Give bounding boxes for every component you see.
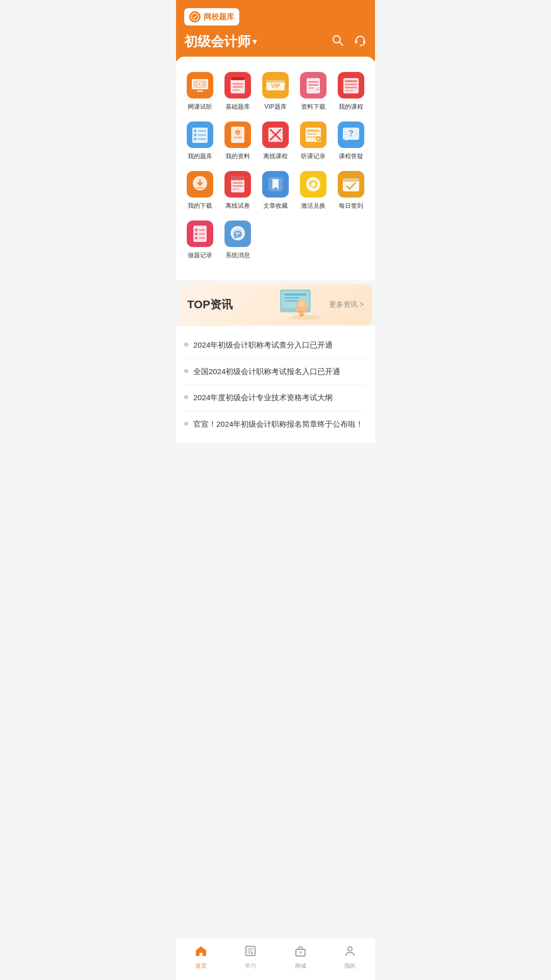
news-dot-2 — [184, 369, 188, 373]
svg-rect-13 — [231, 77, 245, 80]
header: 网校题库 初级会计师 ▾ — [176, 0, 375, 61]
grid-label-lixianshijuan: 离线试卷 — [226, 202, 250, 210]
grid-label-wodetiku: 我的题库 — [188, 152, 212, 161]
grid-label-jihuozhihuan: 激活兑换 — [301, 202, 325, 210]
svg-rect-3 — [355, 40, 357, 43]
svg-rect-79 — [195, 233, 197, 235]
logo-box[interactable]: 网校题库 — [184, 8, 239, 26]
title-dropdown-arrow: ▾ — [253, 37, 257, 46]
grid-item-tingjilu[interactable]: 听课记录 — [294, 116, 332, 166]
grid-item-xitonxiaoxi[interactable]: 系统消息 — [219, 215, 257, 265]
svg-rect-25 — [308, 87, 314, 89]
svg-rect-14 — [233, 83, 243, 85]
header-bottom: 初级会计师 ▾ — [184, 33, 367, 51]
grid-item-ziliao[interactable]: 资料下载 — [294, 67, 332, 116]
news-text-3: 2024年度初级会计专业技术资格考试大纲 — [193, 392, 333, 404]
grid-label-wodekecheng: 我的课程 — [339, 103, 363, 111]
grid-item-wodekecheng[interactable]: 我的课程 — [332, 67, 370, 116]
svg-rect-65 — [233, 182, 243, 184]
svg-rect-34 — [194, 130, 196, 132]
grid-label-kechengdayi: 课程答疑 — [339, 152, 363, 161]
svg-rect-28 — [345, 80, 357, 82]
svg-point-0 — [191, 13, 198, 20]
svg-rect-90 — [284, 293, 307, 296]
grid-label-wenzhang: 文章收藏 — [263, 202, 288, 210]
grid-label-zuotijilu: 做题记录 — [188, 251, 212, 260]
header-icons — [331, 34, 367, 50]
svg-rect-43 — [234, 137, 242, 138]
grid-label-lixiankecheng: 离线课程 — [263, 152, 288, 161]
grid-item-zuotijilu[interactable]: 做题记录 — [181, 215, 219, 265]
grid-label-tingjilu: 听课记录 — [301, 152, 325, 161]
svg-rect-15 — [233, 86, 243, 88]
svg-rect-51 — [307, 133, 316, 135]
news-more-button[interactable]: 更多资讯 > — [329, 300, 364, 309]
grid-label-wangke: 网课试听 — [188, 103, 212, 111]
svg-rect-82 — [199, 237, 205, 239]
svg-rect-78 — [199, 229, 205, 231]
news-banner: TOP资讯 更多资讯 > — [179, 284, 372, 325]
news-banner-illustration — [270, 284, 331, 325]
grid-label-viptiku: VIP题库 — [264, 103, 286, 111]
news-section-title: TOP资讯 — [187, 297, 233, 312]
svg-rect-30 — [345, 87, 357, 88]
news-item-4[interactable]: 官宣！2024年初级会计职称报名简章终于公布啦！ — [184, 411, 367, 437]
grid-item-lixiankecheng[interactable]: 离线课程 — [257, 116, 294, 166]
svg-point-54 — [317, 138, 319, 140]
grid-item-wodetiku[interactable]: 我的题库 — [181, 116, 219, 166]
svg-rect-36 — [194, 134, 196, 136]
news-text-1: 2024年初级会计职称考试查分入口已开通 — [193, 339, 333, 351]
svg-rect-91 — [284, 297, 299, 299]
svg-rect-37 — [198, 134, 206, 136]
grid-item-kechengdayi[interactable]: ? 课程答疑 — [332, 116, 370, 166]
grid-item-wenzhangshoucang[interactable]: 文章收藏 — [257, 166, 294, 215]
grid-item-wodeziliao[interactable]: 我的资料 — [219, 116, 257, 166]
page-title[interactable]: 初级会计师 ▾ — [184, 33, 257, 51]
svg-line-2 — [340, 42, 343, 45]
svg-point-96 — [298, 301, 305, 307]
svg-rect-74 — [343, 178, 359, 182]
svg-rect-8 — [197, 90, 203, 92]
svg-rect-81 — [195, 237, 197, 239]
svg-rect-61 — [196, 187, 204, 189]
grid-label-wodexiazai: 我的下载 — [188, 202, 212, 210]
news-item-1[interactable]: 2024年初级会计职称考试查分入口已开通 — [184, 332, 367, 359]
news-dot-3 — [184, 395, 188, 399]
icon-grid: 网课试听 基础题库 VIP — [181, 67, 370, 265]
svg-rect-64 — [231, 176, 244, 180]
svg-rect-77 — [195, 229, 197, 231]
svg-rect-66 — [233, 185, 243, 187]
grid-item-meiriqiandao[interactable]: 每日签到 — [332, 166, 370, 215]
grid-item-wodexiazai[interactable]: 我的下载 — [181, 166, 219, 215]
grid-label-jichutiku: 基础题库 — [226, 103, 250, 111]
grid-label-wodeziliao: 我的资料 — [226, 152, 250, 161]
news-item-3[interactable]: 2024年度初级会计专业技术资格考试大纲 — [184, 385, 367, 411]
headset-button[interactable] — [354, 34, 367, 50]
grid-item-jihuozhihuan[interactable]: 激活兑换 — [294, 166, 332, 215]
svg-rect-35 — [198, 130, 206, 132]
news-text-4: 官宣！2024年初级会计职称报名简章终于公布啦！ — [193, 419, 363, 430]
svg-point-71 — [306, 177, 320, 191]
svg-rect-87 — [236, 235, 238, 236]
grid-label-meiriqiandao: 每日签到 — [339, 202, 363, 210]
grid-item-lixianshijuan[interactable]: 离线试卷 — [219, 166, 257, 215]
news-text-2: 全国2024初级会计职称考试报名入口已开通 — [193, 366, 340, 378]
svg-point-93 — [290, 315, 321, 320]
news-item-2[interactable]: 全国2024初级会计职称考试报名入口已开通 — [184, 359, 367, 385]
svg-rect-86 — [236, 233, 240, 234]
svg-rect-38 — [194, 138, 196, 140]
grid-item-wangke[interactable]: 网课试听 — [181, 67, 219, 116]
header-logo: 网校题库 — [184, 8, 367, 26]
svg-text:?: ? — [348, 129, 354, 138]
svg-rect-39 — [198, 138, 206, 140]
svg-rect-29 — [345, 84, 357, 85]
news-dot-1 — [184, 342, 188, 347]
search-button[interactable] — [331, 34, 344, 50]
svg-rect-80 — [199, 233, 205, 235]
grid-item-viptiku[interactable]: VIP VIP题库 — [257, 67, 294, 116]
grid-item-jichutiku[interactable]: 基础题库 — [219, 67, 257, 116]
svg-rect-31 — [345, 90, 353, 91]
grid-label-xitonxiaoxi: 系统消息 — [226, 251, 250, 260]
news-section: TOP资讯 更多资讯 > 2024年初级会计职称考试查分入口已开通 — [176, 284, 375, 447]
svg-rect-24 — [308, 84, 318, 86]
